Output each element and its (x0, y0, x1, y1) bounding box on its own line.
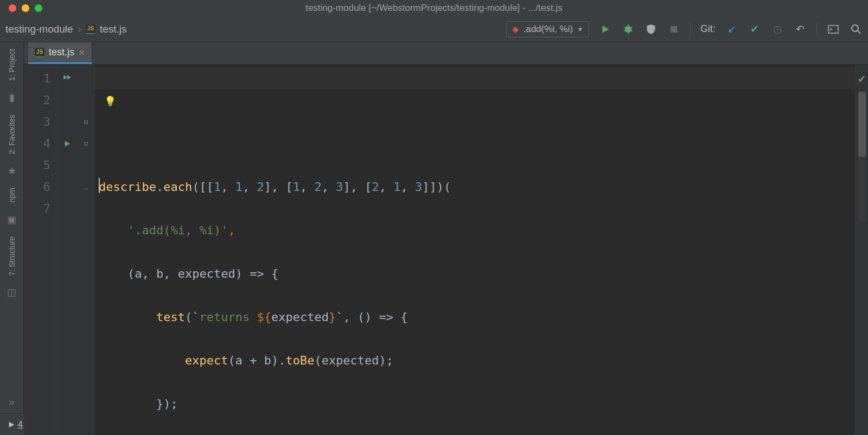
editor-scrollbar[interactable] (858, 92, 866, 222)
debug-button[interactable] (622, 23, 635, 36)
window-title: testing-module [~/WebstormProjects/testi… (0, 3, 868, 14)
breadcrumb-file[interactable]: test.js (100, 23, 127, 35)
more-icon[interactable]: » (9, 396, 14, 408)
run-test-icon[interactable] (56, 133, 78, 155)
breadcrumb-root[interactable]: testing-module (5, 23, 73, 35)
svg-point-3 (852, 25, 858, 31)
sidebar-favorites-tab[interactable]: 2: Favorites (8, 114, 16, 154)
structure-icon: ◫ (7, 286, 16, 298)
svg-rect-2 (828, 25, 838, 33)
fold-icon[interactable]: ⊟ (78, 111, 94, 133)
run-config-label: .add(%i, %i) (523, 24, 573, 35)
minimize-window-icon[interactable] (22, 4, 29, 12)
git-revert-button[interactable]: ↶ (794, 23, 807, 36)
intention-bulb-icon[interactable]: 💡 (104, 91, 116, 112)
chevron-right-icon: › (78, 22, 81, 36)
search-everywhere-button[interactable] (850, 23, 863, 36)
separator (690, 23, 691, 36)
folder-icon: ▮ (9, 92, 15, 104)
inspection-ok-icon[interactable]: ✔ (858, 68, 865, 89)
fold-icon[interactable]: ⊟ (78, 133, 94, 155)
svg-point-0 (625, 25, 632, 33)
left-tool-stripe: 1: Project ▮ 2: Favorites ★ npm ▣ 7: Str… (0, 42, 24, 413)
js-file-icon: JS (35, 48, 44, 57)
current-line-highlight (94, 68, 855, 89)
navigation-bar: testing-module › JS test.js ◆ .add(%i, %… (0, 16, 868, 42)
breadcrumb[interactable]: testing-module › JS test.js (5, 22, 127, 36)
svg-rect-1 (671, 26, 677, 33)
titlebar: testing-module [~/WebstormProjects/testi… (0, 0, 868, 16)
git-update-button[interactable]: ↙ (725, 23, 738, 36)
coverage-button[interactable] (644, 23, 658, 36)
chevron-down-icon: ▼ (577, 26, 583, 33)
git-history-button[interactable]: ◷ (771, 23, 784, 36)
editor-tab-label: test.js (49, 47, 74, 58)
sidebar-npm-tab[interactable]: npm (8, 188, 16, 202)
run-all-icon[interactable] (56, 68, 78, 89)
main-area: 1: Project ▮ 2: Favorites ★ npm ▣ 7: Str… (0, 42, 868, 413)
fold-end-icon[interactable]: ◡ (78, 176, 94, 198)
stop-button (667, 23, 680, 36)
npm-icon: ▣ (7, 214, 16, 226)
window-controls (9, 4, 42, 12)
run-configuration-select[interactable]: ◆ .add(%i, %i) ▼ (506, 21, 589, 37)
run-button[interactable] (599, 23, 612, 36)
code-area[interactable]: 💡 describe.each([[1, 1, 2], [1, 2, 3], [… (94, 65, 855, 435)
js-file-icon: JS (86, 24, 95, 34)
maximize-window-icon[interactable] (35, 4, 42, 12)
git-label: Git: (700, 23, 716, 35)
editor-tabs: JS test.js ✕ (24, 42, 868, 65)
line-number-gutter: 1234567 (24, 65, 56, 435)
run-gutter (56, 65, 78, 435)
editor-right-gutter: ✔ (855, 65, 868, 435)
git-commit-button[interactable]: ✔ (748, 23, 761, 36)
editor-tab-testjs[interactable]: JS test.js ✕ (28, 42, 92, 64)
sidebar-structure-tab[interactable]: 7: Structure (8, 236, 16, 276)
fold-gutter: ⊟ ⊟ ◡ (78, 65, 94, 435)
separator (816, 23, 817, 36)
code-editor[interactable]: 1234567 ⊟ ⊟ ◡ 💡 describe.each([[1, 1, 2]… (24, 65, 868, 435)
star-icon: ★ (8, 165, 16, 177)
ide-scripting-button[interactable] (827, 23, 840, 36)
close-tab-icon[interactable]: ✕ (79, 48, 85, 57)
jest-icon: ◆ (512, 24, 519, 34)
sidebar-project-tab[interactable]: 1: Project (8, 49, 16, 81)
close-window-icon[interactable] (9, 4, 16, 12)
